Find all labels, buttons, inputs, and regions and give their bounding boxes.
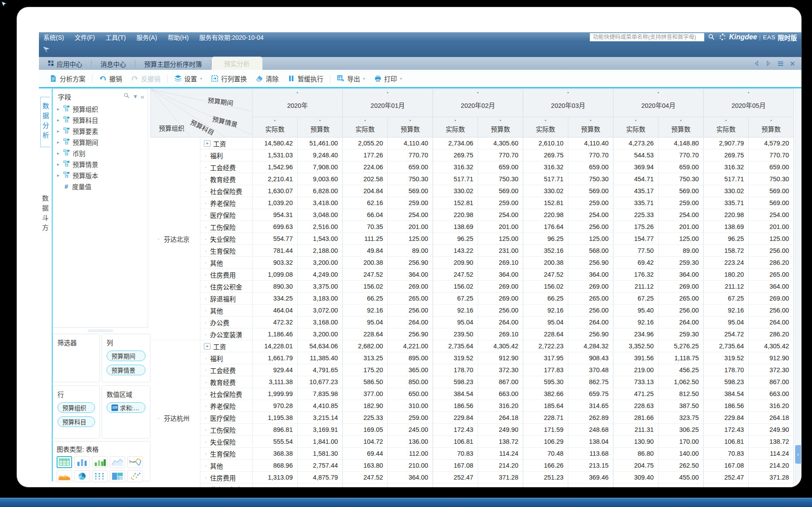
shelf-pill-求和:度...[interactable]: 123求和:度... — [107, 402, 146, 413]
value-cell[interactable]: 896.81 — [253, 424, 298, 436]
value-cell[interactable]: 167.08 — [433, 460, 478, 472]
value-cell[interactable]: 66.25 — [343, 293, 388, 305]
value-cell[interactable]: 213.15 — [568, 460, 613, 472]
value-cell[interactable]: 192.47 — [704, 484, 749, 488]
value-cell[interactable]: 812.50 — [659, 388, 704, 400]
toolbar-button-撤销[interactable]: 撤销 — [95, 74, 126, 83]
value-cell[interactable]: 172.43 — [704, 424, 749, 436]
value-cell[interactable]: 659.00 — [478, 161, 523, 173]
expand-plus-icon[interactable]: + — [204, 343, 211, 350]
value-cell[interactable]: 229.84 — [704, 412, 749, 424]
value-cell[interactable]: 201.00 — [478, 221, 523, 233]
value-cell[interactable]: 352.16 — [523, 245, 568, 257]
value-cell[interactable]: 70.83 — [433, 448, 478, 460]
value-cell[interactable]: 659.00 — [659, 161, 704, 173]
value-cell[interactable]: 323.75 — [659, 412, 704, 424]
value-cell[interactable]: 5,276.25 — [659, 340, 704, 352]
value-cell[interactable]: 96.25 — [523, 233, 568, 245]
account-cell-辞退福利[interactable]: ·辞退福利 — [200, 293, 253, 305]
value-cell[interactable]: 4,305.42 — [749, 340, 794, 352]
value-cell[interactable]: 225.33 — [613, 209, 659, 221]
value-cell[interactable]: 269.00 — [478, 293, 523, 305]
value-cell[interactable]: 269.00 — [478, 281, 523, 293]
value-cell[interactable]: 254.00 — [659, 209, 704, 221]
value-cell[interactable]: 1,630.07 — [253, 185, 298, 197]
value-cell[interactable]: 239.50 — [433, 328, 478, 340]
value-cell[interactable]: 868.96 — [253, 460, 298, 472]
value-cell[interactable]: 156.02 — [523, 281, 568, 293]
dot-matrix-chart-icon[interactable] — [92, 470, 107, 482]
value-cell[interactable]: 264.00 — [568, 316, 613, 328]
value-cell[interactable]: 138.69 — [704, 221, 749, 233]
value-cell[interactable]: 391.56 — [613, 352, 659, 364]
value-cell[interactable]: 269.75 — [433, 149, 478, 161]
value-cell[interactable]: 256.90 — [388, 328, 433, 340]
value-cell[interactable]: 264.00 — [659, 316, 704, 328]
value-cell[interactable]: 384.54 — [704, 388, 749, 400]
value-cell[interactable]: 659.00 — [749, 161, 794, 173]
value-cell[interactable]: 106.81 — [704, 436, 749, 448]
value-cell[interactable]: 96.25 — [433, 233, 478, 245]
period-column-header[interactable]: 2020年02月 — [433, 89, 523, 117]
value-cell[interactable]: 569.00 — [659, 185, 704, 197]
value-cell[interactable]: 867.00 — [749, 376, 794, 388]
account-cell-失业保险[interactable]: ·失业保险 — [200, 233, 253, 245]
value-cell[interactable]: 323.75 — [659, 484, 704, 488]
value-cell[interactable]: 95.04 — [704, 316, 749, 328]
value-cell[interactable]: 256.00 — [568, 305, 613, 316]
value-cell[interactable]: 224.06 — [343, 161, 388, 173]
value-cell[interactable]: 113.68 — [568, 448, 613, 460]
value-cell[interactable]: 368.38 — [253, 448, 298, 460]
value-cell[interactable]: 4,410.85 — [298, 400, 343, 412]
value-cell[interactable]: 256.90 — [388, 257, 433, 269]
account-cell-失业保险[interactable]: ·失业保险 — [200, 436, 253, 448]
value-cell[interactable]: 111.25 — [343, 233, 388, 245]
value-cell[interactable]: 259.30 — [659, 328, 704, 340]
value-cell[interactable]: 3,437.51 — [298, 484, 343, 488]
account-cell-住房费用[interactable]: ·住房费用 — [200, 269, 253, 281]
value-cell[interactable]: 2,055.20 — [343, 137, 388, 149]
period-column-header[interactable]: 2020年01月 — [343, 89, 433, 117]
value-cell[interactable]: 86.80 — [613, 448, 659, 460]
value-cell[interactable]: 3,169.91 — [298, 424, 343, 436]
value-cell[interactable]: 334.25 — [253, 293, 298, 305]
toolbar-button-导出[interactable]: 导出▾ — [333, 74, 370, 83]
tree-expand-icon[interactable]: ▸ — [57, 118, 61, 122]
measure-column-header[interactable]: 预算数 — [388, 117, 433, 137]
value-cell[interactable]: 895.00 — [388, 352, 433, 364]
value-cell[interactable]: 1,542.96 — [253, 161, 298, 173]
value-cell[interactable]: 4,249.00 — [298, 269, 343, 281]
value-cell[interactable]: 125.00 — [478, 233, 523, 245]
value-cell[interactable]: 175.20 — [343, 364, 388, 376]
value-cell[interactable]: 214.20 — [478, 460, 523, 472]
value-cell[interactable]: 14,580.42 — [253, 137, 298, 149]
value-cell[interactable]: 2,516.00 — [298, 221, 343, 233]
value-cell[interactable]: 176.32 — [613, 269, 659, 281]
value-cell[interactable]: 92.16 — [433, 305, 478, 316]
account-cell-福利[interactable]: ·福利 — [200, 352, 253, 364]
account-cell-办公费[interactable]: ·办公费 — [200, 316, 253, 328]
value-cell[interactable]: 95.04 — [523, 316, 568, 328]
value-cell[interactable]: 286.20 — [749, 328, 794, 340]
expand-plus-icon[interactable]: + — [204, 140, 211, 147]
value-cell[interactable]: 281.66 — [613, 412, 659, 424]
field-dropdown-icon[interactable]: ▾ — [134, 92, 137, 100]
tab-scroll-left-icon[interactable] — [754, 61, 759, 66]
value-cell[interactable]: 364.00 — [388, 269, 433, 281]
tree-expand-icon[interactable]: ▸ — [57, 107, 61, 111]
measure-column-header[interactable]: 预算数 — [659, 117, 704, 137]
value-cell[interactable]: 369.46 — [568, 472, 613, 484]
value-cell[interactable]: 269.75 — [523, 149, 568, 161]
account-cell-养老保险[interactable]: ·养老保险 — [200, 197, 253, 209]
measure-column-header[interactable]: 实际数 — [433, 117, 478, 137]
account-cell-生育保险[interactable]: ·生育保险 — [200, 245, 253, 257]
value-cell[interactable]: 435.17 — [613, 185, 659, 197]
tree-expand-icon[interactable]: ▸ — [57, 151, 61, 156]
scatter-chart-icon[interactable] — [127, 470, 143, 482]
value-cell[interactable]: 225.33 — [343, 412, 388, 424]
value-cell[interactable]: 1,118.75 — [659, 352, 704, 364]
measure-column-header[interactable]: 实际数 — [523, 117, 568, 137]
measure-column-header[interactable]: 预算数 — [749, 117, 794, 137]
panel-splitter[interactable] — [53, 329, 148, 332]
value-cell[interactable]: 1,313.09 — [253, 472, 298, 484]
